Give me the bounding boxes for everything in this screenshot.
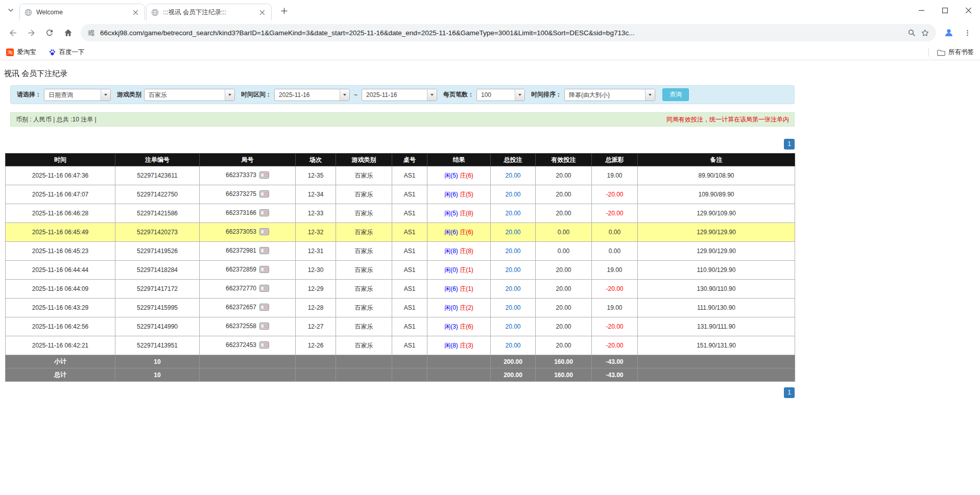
column-header: 注单编号 — [115, 154, 200, 166]
cell-empty — [638, 368, 795, 382]
video-replay-icon[interactable] — [259, 266, 269, 275]
maximize-button[interactable] — [933, 0, 957, 20]
video-replay-icon[interactable] — [259, 304, 269, 312]
total-bet-link[interactable]: 20.00 — [505, 229, 520, 236]
page-content: 视讯 会员下注纪录 请选择： 日期查询 游戏类别 百家乐 时间区间： 2025-… — [0, 60, 980, 495]
cell-empty — [336, 355, 392, 368]
cell-empty — [336, 368, 392, 382]
pagination-top: 1 — [5, 139, 795, 150]
video-replay-icon[interactable] — [259, 190, 269, 199]
cell-session: 12-30 — [296, 261, 336, 280]
column-header: 总投注 — [491, 154, 536, 166]
cell-session: 12-28 — [296, 299, 336, 317]
total-bet-link[interactable]: 20.00 — [505, 304, 520, 311]
cell-total-bet: 20.00 — [491, 166, 536, 185]
cell-count: 10 — [115, 355, 200, 368]
total-bet-link[interactable]: 20.00 — [505, 342, 520, 349]
chevron-down-icon[interactable] — [515, 89, 524, 101]
page-1-button[interactable]: 1 — [784, 139, 795, 150]
new-tab-button[interactable] — [277, 4, 291, 18]
bet-row: 2025-11-16 06:44:09522971417172662372770… — [6, 280, 795, 299]
sort-select[interactable]: 降幂(由大到小) — [564, 89, 655, 101]
column-header: 游戏类别 — [336, 154, 392, 166]
video-replay-icon[interactable] — [259, 285, 269, 293]
cell-payout: 0.00 — [592, 223, 638, 242]
game-type-select[interactable]: 百家乐 — [144, 89, 235, 101]
profile-avatar[interactable] — [940, 24, 958, 41]
cell-payout: 19.00 — [592, 166, 638, 185]
per-page-select[interactable]: 100 — [476, 89, 525, 101]
cell-total-bet: 20.00 — [491, 223, 536, 242]
forward-button[interactable] — [22, 24, 40, 41]
sort-value: 降幂(由大到小) — [565, 89, 645, 101]
cell-table-no: AS1 — [392, 336, 427, 355]
total-bet-link[interactable]: 20.00 — [505, 191, 520, 198]
page-1-button[interactable]: 1 — [784, 387, 795, 398]
cell-valid-bet-sum: 160.00 — [536, 355, 592, 368]
total-bet-link[interactable]: 20.00 — [505, 172, 520, 179]
tab-close-icon[interactable] — [258, 8, 267, 17]
total-bet-link[interactable]: 20.00 — [505, 247, 520, 255]
address-bar[interactable]: 66cxkj98.com/game/betrecord_search/kind3… — [81, 24, 936, 41]
cell-total-bet: 20.00 — [491, 280, 536, 299]
chevron-down-icon[interactable] — [340, 89, 349, 101]
zoom-icon[interactable] — [907, 29, 916, 37]
tab-close-icon[interactable] — [131, 8, 140, 17]
tab-welcome[interactable]: Welcome — [19, 4, 145, 20]
date-end-select[interactable]: 2025-11-16 — [362, 89, 437, 101]
cell-result: 闲(6) 庄(1) — [427, 280, 491, 299]
video-replay-icon[interactable] — [259, 228, 269, 237]
query-type-select[interactable]: 日期查询 — [44, 89, 111, 101]
back-button[interactable] — [4, 24, 21, 41]
all-bookmarks-label: 所有书签 — [948, 48, 974, 57]
column-header: 总派彩 — [592, 154, 638, 166]
chevron-down-icon[interactable] — [427, 89, 437, 101]
cell-game-type: 百家乐 — [336, 223, 392, 242]
total-bet-link[interactable]: 20.00 — [505, 285, 520, 292]
minimize-button[interactable] — [910, 0, 933, 20]
tab-search-chevron-icon[interactable] — [4, 4, 17, 17]
cell-valid-bet: 20.00 — [536, 299, 592, 317]
bookmark-taobao[interactable]: 淘 爱淘宝 — [6, 48, 36, 57]
total-bet-link[interactable]: 20.00 — [505, 210, 520, 217]
home-button[interactable] — [59, 24, 77, 41]
result-banker: 庄(5) — [460, 191, 473, 198]
cell-game-type: 百家乐 — [336, 317, 392, 336]
cell-valid-bet: 20.00 — [536, 336, 592, 355]
total-bet-link[interactable]: 20.00 — [505, 266, 520, 274]
bet-row: 2025-11-16 06:47:36522971423611662373373… — [6, 166, 795, 185]
refresh-button[interactable] — [41, 24, 58, 41]
date-start-select[interactable]: 2025-11-16 — [274, 89, 350, 101]
video-replay-icon[interactable] — [259, 247, 269, 256]
bookmark-baidu[interactable]: 百度一下 — [49, 48, 85, 57]
cell-session: 12-34 — [296, 185, 336, 204]
cell-round-id: 662373275 — [200, 185, 296, 204]
total-bet-link[interactable]: 20.00 — [505, 323, 520, 330]
cell-result: 闲(5) 庄(8) — [427, 204, 491, 223]
chevron-down-icon[interactable] — [101, 89, 110, 101]
cell-bet-id: 522971418284 — [115, 261, 200, 280]
range-separator: ~ — [354, 91, 357, 98]
search-button[interactable]: 查询 — [662, 88, 689, 101]
video-replay-icon[interactable] — [259, 209, 269, 218]
site-settings-icon[interactable] — [87, 29, 95, 37]
all-bookmarks-button[interactable]: 所有书签 — [937, 48, 974, 57]
bookmark-star-icon[interactable] — [921, 29, 929, 37]
video-replay-icon[interactable] — [259, 323, 269, 331]
cell-table-no: AS1 — [392, 223, 427, 242]
cell-payout: -20.00 — [592, 336, 638, 355]
cell-empty — [392, 368, 427, 382]
menu-icon[interactable] — [959, 24, 976, 41]
tab-betrecord[interactable]: :::视讯 会员下注纪录::: — [146, 4, 272, 20]
chevron-down-icon[interactable] — [225, 89, 234, 101]
video-replay-icon[interactable] — [259, 171, 269, 180]
bookmarks-right: 所有书签 — [928, 48, 974, 57]
cell-session: 12-29 — [296, 280, 336, 299]
cell-bet-id: 522971420273 — [115, 223, 200, 242]
close-window-button[interactable] — [957, 0, 980, 20]
chevron-down-icon[interactable] — [645, 89, 655, 101]
result-player: 闲(5) — [444, 172, 458, 179]
video-replay-icon[interactable] — [259, 341, 269, 350]
result-player: 闲(5) — [444, 210, 458, 217]
cell-round-id: 662372859 — [200, 261, 296, 280]
